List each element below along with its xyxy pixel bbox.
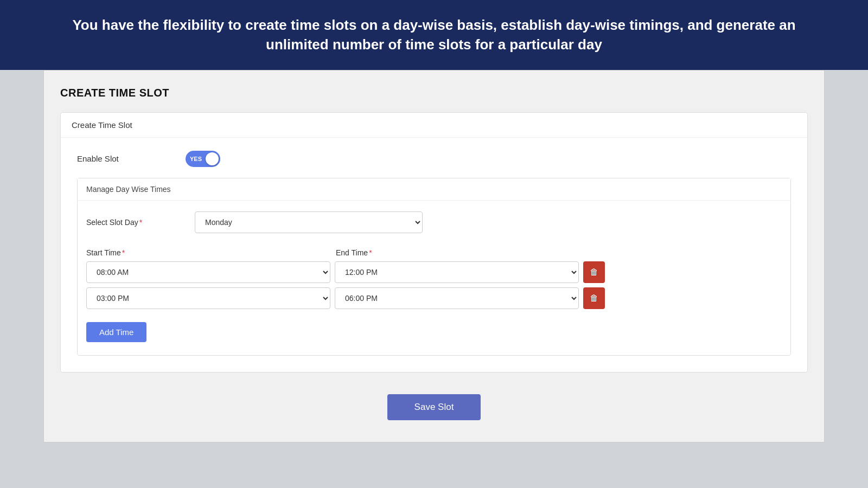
page-title: CREATE TIME SLOT: [60, 87, 808, 99]
select-slot-day-row: Select Slot Day* Monday Tuesday Wednesda…: [86, 211, 782, 233]
card-body: Enable Slot YES Manage Day Wise Times: [61, 138, 807, 372]
add-time-button[interactable]: Add Time: [86, 322, 146, 342]
end-time-header: End Time*: [336, 248, 372, 257]
delete-time-row-2-button[interactable]: 🗑: [583, 287, 605, 309]
banner-text: You have the flexibility to create time …: [43, 15, 825, 55]
toggle-track: YES: [186, 151, 220, 167]
card-header: Create Time Slot: [61, 113, 807, 138]
trash-icon-2: 🗑: [590, 293, 598, 303]
enable-slot-toggle-container: YES: [186, 151, 220, 167]
time-row-2: 08:00 AM 09:00 AM 10:00 AM 11:00 AM 12:0…: [86, 287, 782, 309]
time-headers: Start Time* End Time*: [86, 248, 782, 257]
save-row: Save Slot: [60, 383, 808, 420]
select-slot-day-label: Select Slot Day*: [86, 218, 195, 227]
trash-icon: 🗑: [590, 267, 598, 277]
start-time-select-2[interactable]: 08:00 AM 09:00 AM 10:00 AM 11:00 AM 12:0…: [86, 287, 330, 309]
delete-time-row-1-button[interactable]: 🗑: [583, 261, 605, 283]
enable-slot-row: Enable Slot YES: [72, 151, 796, 167]
page-content: CREATE TIME SLOT Create Time Slot Enable…: [43, 70, 825, 442]
toggle-thumb: [206, 152, 219, 165]
start-required-star: *: [122, 248, 125, 257]
time-row-1: 08:00 AM 09:00 AM 10:00 AM 11:00 AM 12:0…: [86, 261, 782, 283]
end-time-select-1[interactable]: 09:00 AM 10:00 AM 11:00 AM 12:00 PM 01:0…: [335, 261, 579, 283]
end-time-select-2[interactable]: 09:00 AM 10:00 AM 11:00 AM 12:00 PM 01:0…: [335, 287, 579, 309]
manage-body: Select Slot Day* Monday Tuesday Wednesda…: [78, 201, 790, 355]
create-time-slot-card: Create Time Slot Enable Slot YES Manage …: [60, 112, 808, 373]
required-star: *: [139, 218, 142, 227]
start-time-select-1[interactable]: 08:00 AM 09:00 AM 10:00 AM 11:00 AM 12:0…: [86, 261, 330, 283]
enable-slot-toggle[interactable]: YES: [186, 151, 220, 167]
slot-day-select[interactable]: Monday Tuesday Wednesday Thursday Friday…: [195, 211, 423, 233]
toggle-yes-label: YES: [190, 156, 202, 162]
manage-day-wise-section: Manage Day Wise Times Select Slot Day* M…: [77, 178, 791, 356]
manage-header: Manage Day Wise Times: [78, 178, 790, 201]
enable-slot-label: Enable Slot: [77, 154, 186, 163]
save-slot-button[interactable]: Save Slot: [387, 394, 481, 420]
banner: You have the flexibility to create time …: [0, 0, 868, 70]
start-time-header: Start Time*: [86, 248, 336, 257]
end-required-star: *: [369, 248, 372, 257]
